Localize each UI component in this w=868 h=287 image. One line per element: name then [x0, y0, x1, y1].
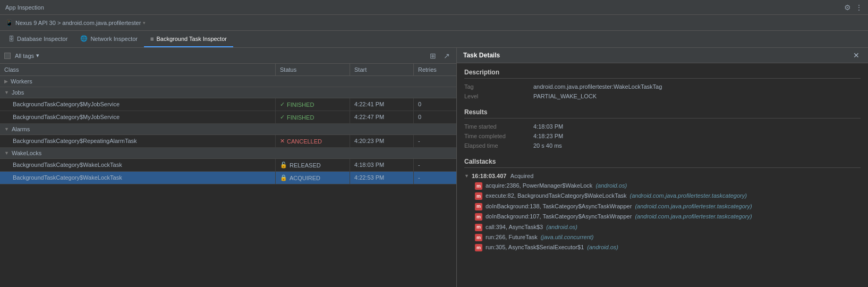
level-label: Level [464, 93, 533, 99]
col-start: Start [350, 64, 414, 75]
stack-package: (android.os) [595, 182, 627, 190]
stack-method: run:305, AsyncTask$SerialExecutor$1 [486, 243, 584, 251]
method-icon: m [475, 213, 482, 221]
table-row[interactable]: BackgroundTaskCategory$RepeatingAlarmTas… [0, 135, 456, 148]
callstacks-list: ▼ 16:18:03.407 Acquired m acquire:2386, … [464, 171, 861, 253]
task-table[interactable]: Class Status Start Retries ▶ Workers ▼ J… [0, 64, 456, 287]
tab-network-inspector[interactable]: 🌐 Network Inspector [74, 31, 144, 47]
device-chevron-icon: ▾ [143, 20, 146, 26]
method-icon: m [475, 203, 482, 210]
method-icon: m [475, 244, 482, 251]
row-retries: 0 [414, 98, 456, 111]
category-workers[interactable]: ▶ Workers [0, 76, 456, 87]
table-row[interactable]: BackgroundTaskCategory$WakeLockTask 🔒 AC… [0, 172, 456, 184]
category-alarms[interactable]: ▼ Alarms [0, 124, 456, 135]
time-started-label: Time started [464, 123, 533, 130]
tag-value: android.com.java.profilertester:WakeLock… [533, 83, 662, 90]
task-details-panel: Task Details ✕ Description Tag android.c… [457, 48, 868, 287]
row-status: ✓ FINISHED [276, 111, 350, 123]
close-task-details-button[interactable]: ✕ [851, 51, 862, 60]
stack-package: (android.com.java.profilertester.taskcat… [635, 213, 752, 221]
select-all-checkbox[interactable] [4, 53, 11, 59]
results-table: Time started 4:18:03 PM Time completed 4… [464, 122, 861, 150]
all-tags-chevron-icon: ▾ [36, 52, 39, 59]
wakelocks-label: WakeLocks [12, 150, 41, 156]
description-table: Tag android.com.java.profilertester:Wake… [464, 82, 861, 101]
description-section-title: Description [464, 69, 861, 79]
workers-arrow-icon: ▶ [4, 79, 8, 84]
stack-method: run:266, FutureTask [486, 233, 538, 241]
time-started-value: 4:18:03 PM [533, 123, 563, 130]
stack-method: call:394, AsyncTask$3 [486, 223, 543, 231]
stack-package: (android.os) [587, 243, 618, 251]
stack-item: m doInBackground:107, TaskCategory$Async… [464, 212, 861, 222]
results-section-title: Results [464, 108, 861, 119]
row-status: 🔒 ACQUIRED [276, 172, 350, 184]
table-row[interactable]: BackgroundTaskCategory$WakeLockTask 🔓 RE… [0, 159, 456, 172]
stack-package: (java.util.concurrent) [541, 233, 594, 241]
method-icon: m [475, 182, 482, 190]
row-class: BackgroundTaskCategory$WakeLockTask [0, 159, 276, 171]
category-wakelocks[interactable]: ▼ WakeLocks [0, 148, 456, 159]
tab-background-label: Background Task Inspector [156, 36, 226, 42]
device-selector[interactable]: Nexus 9 API 30 > android.com.java.profil… [15, 20, 141, 26]
background-task-icon: ≡ [150, 36, 154, 42]
device-icon: 📱 [5, 19, 13, 27]
method-icon: m [475, 234, 482, 241]
more-icon[interactable]: ⋮ [855, 3, 863, 12]
tag-row: Tag android.com.java.profilertester:Wake… [464, 82, 861, 91]
callstacks-section-title: Callstacks [464, 158, 861, 168]
settings-icon[interactable]: ⚙ [844, 3, 851, 12]
export-button[interactable]: ↗ [441, 50, 452, 61]
callstack-expand-icon: ▼ [464, 173, 469, 179]
released-lock-icon: 🔓 [280, 162, 287, 168]
elapsed-time-label: Elapsed time [464, 142, 533, 149]
table-header: Class Status Start Retries [0, 64, 456, 76]
finished-check-icon: ✓ [280, 114, 285, 121]
callstack-entry-header[interactable]: ▼ 16:18:03.407 Acquired [464, 171, 861, 181]
stack-package: (android.os) [546, 223, 577, 231]
all-tags-label: All tags [15, 53, 34, 59]
tab-database-inspector[interactable]: 🗄 Database Inspector [2, 31, 74, 47]
row-retries: - [414, 135, 456, 147]
stack-package: (android.com.java.profilertester.taskcat… [630, 192, 747, 200]
title-bar: App Inspection ⚙ ⋮ [0, 0, 868, 15]
tab-background-task-inspector[interactable]: ≡ Background Task Inspector [144, 31, 233, 47]
stack-item: m doInBackground:138, TaskCategory$Async… [464, 201, 861, 212]
alarms-arrow-icon: ▼ [4, 126, 9, 132]
elapsed-time-row: Elapsed time 20 s 40 ms [464, 141, 861, 150]
tab-network-label: Network Inspector [90, 36, 138, 42]
alarms-label: Alarms [12, 126, 30, 132]
row-status: ✓ FINISHED [276, 98, 350, 111]
stack-package: (android.com.java.profilertester.taskcat… [635, 202, 752, 210]
toolbar: All tags ▾ ⊞ ↗ [0, 48, 456, 64]
stack-item: m acquire:2386, PowerManager$WakeLock (a… [464, 181, 861, 191]
database-icon: 🗄 [8, 36, 14, 42]
elapsed-time-value: 20 s 40 ms [533, 142, 562, 149]
row-status: ✕ CANCELLED [276, 135, 350, 147]
col-status: Status [276, 64, 350, 75]
category-jobs[interactable]: ▼ Jobs [0, 87, 456, 98]
row-start: 4:22:47 PM [350, 111, 414, 123]
col-class: Class [0, 64, 276, 75]
table-view-button[interactable]: ⊞ [428, 50, 438, 61]
tag-label: Tag [464, 83, 533, 90]
tab-database-label: Database Inspector [17, 36, 67, 42]
method-icon: m [475, 192, 482, 200]
jobs-label: Jobs [12, 89, 24, 96]
wakelocks-arrow-icon: ▼ [4, 150, 9, 156]
col-retries: Retries [414, 64, 456, 75]
level-row: Level PARTIAL_WAKE_LOCK [464, 91, 861, 101]
task-details-title: Task Details [463, 52, 500, 59]
method-icon: m [475, 224, 482, 231]
finished-check-icon: ✓ [280, 101, 285, 108]
network-icon: 🌐 [80, 35, 88, 42]
table-row[interactable]: BackgroundTaskCategory$MyJobService ✓ FI… [0, 98, 456, 111]
row-status: 🔓 RELEASED [276, 159, 350, 171]
level-value: PARTIAL_WAKE_LOCK [533, 93, 597, 99]
stack-method: execute:82, BackgroundTaskCategory$WakeL… [486, 192, 627, 200]
row-start: 4:22:41 PM [350, 98, 414, 111]
table-row[interactable]: BackgroundTaskCategory$MyJobService ✓ FI… [0, 111, 456, 124]
all-tags-dropdown[interactable]: All tags ▾ [15, 52, 39, 59]
task-details-content: Description Tag android.com.java.profile… [457, 63, 868, 287]
